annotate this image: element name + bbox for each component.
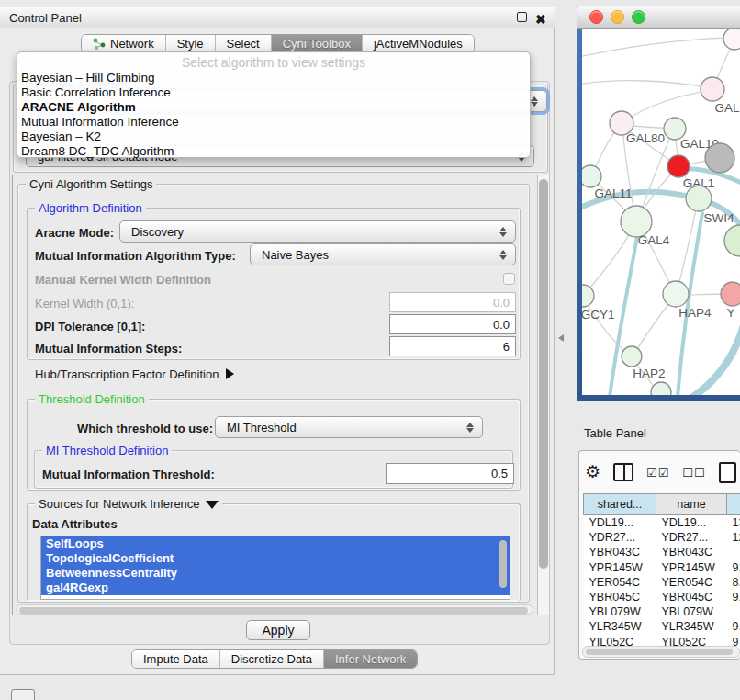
column-header-name[interactable]: name <box>656 494 727 515</box>
data-attribute-item[interactable]: gal4RGexp <box>41 581 510 595</box>
window-zoom-icon[interactable] <box>632 10 645 24</box>
network-edge[interactable] <box>582 81 711 88</box>
table-panel-title: Table Panel <box>584 426 646 440</box>
data-attribute-item[interactable]: SelfLoops <box>41 536 510 551</box>
dpi-tolerance-field[interactable]: 0.0 <box>389 314 516 334</box>
network-node[interactable] <box>705 143 734 173</box>
table-row[interactable]: YBR043C YBR043C <box>584 545 740 559</box>
data-attribute-item[interactable]: BetweennessCentrality <box>41 566 510 581</box>
column-header-partial[interactable] <box>727 494 740 515</box>
network-edge[interactable] <box>582 38 733 57</box>
network-node[interactable] <box>724 225 740 256</box>
mi-threshold-field[interactable]: 0.5 <box>386 463 514 484</box>
gear-icon[interactable]: ⚙ <box>585 463 600 481</box>
network-node-label: GAL11 <box>594 186 632 200</box>
kernel-width-field[interactable]: 0.0 <box>389 292 516 312</box>
panel-corner-icon[interactable] <box>11 689 35 700</box>
network-graph[interactable]: GALGAL80GAL10GAL1GAL11SWI4GAL4GCY1HAP4YH… <box>582 29 740 395</box>
data-attributes-list: SelfLoopsTopologicalCoefficientBetweenne… <box>40 536 510 600</box>
collapse-arrow-icon[interactable] <box>226 368 234 379</box>
tab-cyni-toolbox[interactable]: Cyni Toolbox <box>272 35 363 52</box>
mi-steps-field[interactable]: 6 <box>389 336 516 356</box>
network-edge[interactable] <box>690 325 740 395</box>
window-minimize-icon[interactable] <box>611 10 624 24</box>
unchecked-boxes-icon[interactable]: ☐☐ <box>682 466 705 480</box>
network-edge[interactable] <box>677 200 698 293</box>
dropdown-item[interactable]: Dream8 DC_TDC Algorithm <box>17 144 530 159</box>
mi-threshold-label: Mutual Information Threshold: <box>42 468 215 481</box>
checked-boxes-icon[interactable]: ☑☑ <box>646 466 669 480</box>
mi-type-label: Mutual Information Algorithm Type: <box>35 249 236 263</box>
network-node[interactable] <box>723 29 740 50</box>
tab-discretize-data[interactable]: Discretize Data <box>220 650 324 668</box>
window-close-icon[interactable] <box>589 10 603 24</box>
aracne-mode-combo[interactable]: Discovery <box>119 220 516 243</box>
settings-hscrollbar-thumb[interactable] <box>19 607 528 614</box>
control-panel-titlebar[interactable]: Control Panel <box>0 7 555 28</box>
column-header-shared-name[interactable]: shared... <box>584 494 656 515</box>
network-node-label: GAL80 <box>626 131 665 145</box>
which-threshold-combo[interactable]: MI Threshold <box>215 416 483 438</box>
table-row[interactable]: YER054C YER054C 8. <box>584 575 740 590</box>
dropdown-item[interactable]: Bayesian – K2 <box>17 130 530 144</box>
network-node[interactable] <box>686 186 712 211</box>
tab-impute-data[interactable]: Impute Data <box>132 650 220 668</box>
network-node[interactable] <box>721 282 740 306</box>
split-handle-icon[interactable] <box>558 334 564 342</box>
settings-horizontal-scrollbar[interactable] <box>16 604 533 615</box>
tab-select[interactable]: Select <box>216 35 272 52</box>
settings-scrollbar-thumb[interactable] <box>539 179 548 569</box>
hub-section-toggle[interactable]: Hub/Transcription Factor Definition <box>35 367 234 381</box>
apply-button[interactable]: Apply <box>246 620 310 640</box>
columns-icon[interactable] <box>613 463 633 481</box>
network-node[interactable] <box>651 382 671 395</box>
manual-kernel-checkbox[interactable] <box>503 273 515 285</box>
network-node[interactable] <box>667 155 690 177</box>
data-attributes-label: Data Attributes <box>32 517 118 531</box>
sources-group-title: Sources for Network Inference <box>35 497 222 511</box>
tab-network[interactable]: Network <box>82 35 166 52</box>
network-edge[interactable] <box>622 90 712 123</box>
app-root: { "window": { "title": "Control Panel" }… <box>0 0 740 700</box>
float-window-icon[interactable] <box>517 12 527 22</box>
threshold-definition-title: Threshold Definition <box>35 392 149 406</box>
tab-jactivemnodules[interactable]: jActiveMNodules <box>363 35 474 52</box>
tab-infer-network[interactable]: Infer Network <box>324 650 417 668</box>
table-horizontal-scrollbar[interactable] <box>582 646 740 658</box>
dropdown-item[interactable]: Mutual Information Inference <box>17 115 530 130</box>
table-hscrollbar-thumb[interactable] <box>586 649 733 655</box>
table-row[interactable]: YBR045C YBR045C 9. <box>584 590 740 604</box>
mi-type-combo[interactable]: Naive Bayes <box>250 243 516 265</box>
network-view-canvas[interactable]: GALGAL80GAL10GAL1GAL11SWI4GAL4GCY1HAP4YH… <box>582 29 740 395</box>
dropdown-items: Bayesian – Hill ClimbingBasic Correlatio… <box>17 71 530 159</box>
control-panel-title: Control Panel <box>9 11 82 25</box>
table-row[interactable]: YDR27... YDR27... 12 <box>584 530 740 545</box>
list-scrollbar-thumb[interactable] <box>499 540 507 588</box>
mi-threshold-group-title: MI Threshold Definition <box>42 444 172 457</box>
network-node-label: GAL4 <box>638 233 670 247</box>
dropdown-item[interactable]: Bayesian – Hill Climbing <box>17 71 530 85</box>
network-node-label: GCY1 <box>582 308 614 322</box>
table-row[interactable]: YLR345W YLR345W 9. <box>584 619 740 634</box>
network-window-titlebar[interactable] <box>577 6 740 29</box>
table-row[interactable]: YDL19... YDL19... 13 <box>584 515 740 531</box>
dropdown-item[interactable]: ARACNE Algorithm <box>17 100 530 115</box>
table-row[interactable]: YPR145W YPR145W 9. <box>584 560 740 575</box>
table-row[interactable]: YBL079W YBL079W <box>584 604 740 619</box>
expand-arrow-icon[interactable] <box>206 501 219 509</box>
network-node[interactable] <box>582 285 594 307</box>
document-icon[interactable] <box>719 462 736 483</box>
close-panel-icon[interactable]: ✖ <box>535 12 546 27</box>
network-node[interactable] <box>701 77 724 101</box>
bottom-tabbar: Impute Data Discretize Data Infer Networ… <box>131 649 418 669</box>
network-node[interactable] <box>663 281 689 307</box>
table-header-row: shared... name <box>584 494 740 515</box>
data-attribute-item[interactable]: TopologicalCoefficient <box>41 551 510 566</box>
dropdown-prompt: Select algorithm to view settings <box>17 54 530 71</box>
dropdown-item[interactable]: Basic Correlation Inference <box>17 85 530 100</box>
network-node[interactable] <box>621 206 652 237</box>
network-node-label: GAL <box>714 101 740 115</box>
tab-style[interactable]: Style <box>166 35 216 52</box>
network-node[interactable] <box>582 165 601 187</box>
network-node[interactable] <box>622 346 642 367</box>
